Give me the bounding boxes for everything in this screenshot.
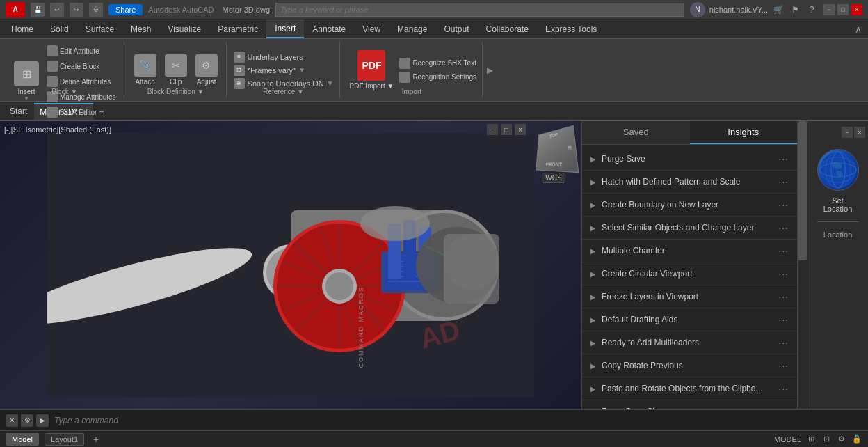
share-button[interactable]: Share	[108, 4, 143, 15]
viewport-minimize-icon[interactable]: −	[487, 124, 498, 135]
minimize-button[interactable]: −	[823, 4, 835, 15]
more-options-icon[interactable]: ···	[778, 222, 789, 233]
cart-icon[interactable]: 🛒	[772, 3, 785, 16]
more-options-icon[interactable]: ···	[778, 360, 789, 371]
more-options-icon[interactable]: ···	[778, 245, 789, 256]
location-close-icon[interactable]: ×	[854, 127, 865, 138]
ribbon-item-recognize-shx[interactable]: Recognize SHX Text	[399, 58, 476, 69]
tab-insert[interactable]: Insert	[266, 19, 304, 38]
grid-icon-2[interactable]: ⊡	[821, 434, 832, 445]
more-options-icon[interactable]: ···	[778, 383, 789, 394]
command-input[interactable]	[51, 414, 862, 427]
lock-icon[interactable]: 🔒	[851, 434, 862, 445]
bottom-bar: Model Layout1 + MODEL ⊞ ⊡ ⚙ 🔒	[0, 430, 868, 447]
ribbon-item-insert[interactable]: ⊞ Insert ▼	[11, 60, 42, 103]
block-items: ⊞ Insert ▼ Edit Attribute Create Block D…	[11, 45, 118, 118]
tab-collaborate[interactable]: Collaborate	[478, 19, 537, 38]
layout-tab-layout1[interactable]: Layout1	[45, 433, 84, 446]
insight-item-copy-rotate[interactable]: ▶ Copy Rotate Previous ···	[582, 354, 797, 377]
chevron-icon: ▶	[590, 385, 596, 393]
tab-visualize[interactable]: Visualize	[159, 19, 209, 38]
globe-svg	[819, 150, 858, 189]
view-cube-area: TOP FRONT R WCS	[533, 128, 574, 183]
insight-item-purge-save[interactable]: ▶ Purge Save ···	[582, 148, 797, 171]
grid-icon-1[interactable]: ⊞	[805, 434, 817, 445]
insight-item-freeze-layers[interactable]: ▶ Freeze Layers in Viewport ···	[582, 285, 797, 308]
cmd-settings-button[interactable]: ⚙	[21, 414, 33, 427]
settings-bottom-icon[interactable]: ⚙	[836, 434, 847, 445]
tab-mesh[interactable]: Mesh	[122, 19, 159, 38]
top-bar: A 💾 ↩ ↪ ⚙ Share Autodesk AutoCAD Motor 3…	[0, 0, 868, 19]
location-minimize-icon[interactable]: −	[842, 127, 853, 138]
tab-surface[interactable]: Surface	[77, 19, 122, 38]
insight-item-multiple-chamfer[interactable]: ▶ Multiple Chamfer ···	[582, 240, 797, 262]
more-options-icon[interactable]: ···	[778, 153, 789, 164]
insight-item-create-circular[interactable]: ▶ Create Circular Viewport ···	[582, 262, 797, 285]
scroll-thumb[interactable]	[798, 121, 807, 260]
viewport-restore-icon[interactable]: □	[501, 124, 512, 135]
ribbon-item-block-editor[interactable]: Block Editor	[45, 106, 118, 118]
ribbon-item-frames-vary[interactable]: ⊟ *Frames vary* ▼	[234, 65, 334, 76]
add-layout-button[interactable]: +	[90, 433, 102, 446]
quick-access-icon-1[interactable]: 💾	[31, 3, 45, 17]
maximize-button[interactable]: □	[837, 4, 849, 15]
more-options-icon[interactable]: ···	[778, 199, 789, 210]
search-input[interactable]	[275, 3, 684, 17]
location-panel: − × Set Location Location	[807, 121, 868, 409]
ribbon-item-pdf-import[interactable]: PDF PDF Import ▼	[347, 49, 397, 91]
insight-item-hatch-pattern[interactable]: ▶ Hatch with Defined Pattern and Scale ·…	[582, 171, 797, 194]
more-options-icon[interactable]: ···	[778, 314, 789, 325]
motor-3d-model: AD	[47, 133, 534, 398]
more-options-icon[interactable]: ···	[778, 268, 789, 279]
quick-access-icon-4[interactable]: ⚙	[89, 3, 103, 17]
ribbon-expand-button[interactable]: ▶	[484, 42, 496, 98]
ribbon-item-recognition-settings[interactable]: Recognition Settings	[399, 72, 476, 83]
ribbon-item-create-block[interactable]: Create Block	[45, 60, 118, 72]
ribbon-item-clip[interactable]: ✂ Clip	[162, 53, 190, 87]
more-options-icon[interactable]: ···	[778, 337, 789, 348]
tab-home[interactable]: Home	[3, 19, 42, 38]
ribbon-group-import: PDF PDF Import ▼ Recognize SHX Text Reco…	[341, 42, 483, 98]
tab-saved[interactable]: Saved	[582, 121, 690, 144]
insight-item-select-similar[interactable]: ▶ Select Similar Objects and Change Laye…	[582, 217, 797, 240]
set-location-button[interactable]: Set Location	[823, 196, 853, 213]
right-scrollbar[interactable]	[797, 121, 807, 409]
insight-item-paste-rotate[interactable]: ▶ Paste and Rotate Objects from the Clip…	[582, 377, 797, 400]
view-cube[interactable]: TOP FRONT R	[536, 125, 579, 173]
tab-insights[interactable]: Insights	[690, 121, 798, 144]
tab-express-tools[interactable]: Express Tools	[537, 19, 605, 38]
insight-item-create-boundary[interactable]: ▶ Create Boundary on New Layer ···	[582, 194, 797, 217]
ribbon-item-edit-attribute[interactable]: Edit Attribute	[45, 45, 118, 57]
quick-access-icon-3[interactable]: ↪	[70, 3, 83, 17]
layout-tab-model[interactable]: Model	[6, 433, 39, 446]
more-options-icon[interactable]: ···	[778, 176, 789, 187]
tab-view[interactable]: View	[354, 19, 389, 38]
tab-solid[interactable]: Solid	[42, 19, 77, 38]
ribbon-item-underlay-layers[interactable]: ≡ Underlay Layers	[234, 52, 334, 63]
insight-item-default-drafting[interactable]: ▶ Default Drafting Aids ···	[582, 308, 797, 331]
ribbon-close-button[interactable]: ∧	[851, 22, 865, 36]
close-window-button[interactable]: ×	[851, 4, 862, 15]
viewport-close-icon[interactable]: ×	[515, 124, 526, 135]
tab-parametric[interactable]: Parametric	[209, 19, 266, 38]
flag-icon[interactable]: ⚑	[789, 3, 801, 16]
ribbon-item-define-attributes[interactable]: Define Attributes	[45, 75, 118, 88]
more-options-icon[interactable]: ···	[778, 291, 789, 302]
insight-item-add-multileaders[interactable]: ▶ Ready to Add Multileaders ···	[582, 331, 797, 354]
tab-output[interactable]: Output	[435, 19, 477, 38]
tab-manage[interactable]: Manage	[389, 19, 435, 38]
tab-annotate[interactable]: Annotate	[304, 19, 354, 38]
svg-point-20	[326, 272, 353, 300]
insight-label: Multiple Chamfer	[602, 246, 778, 256]
help-icon[interactable]: ?	[805, 3, 818, 16]
cmd-clear-button[interactable]: ✕	[6, 414, 18, 427]
quick-access-icon-2[interactable]: ↩	[50, 3, 64, 17]
ribbon-item-adjust[interactable]: ⚙ Adjust	[193, 53, 220, 87]
chevron-icon: ▶	[590, 293, 596, 301]
insight-item-zoom-save[interactable]: ▶ Zoom Save Close ···	[582, 400, 797, 409]
viewport[interactable]: [-][SE Isometric][Shaded (Fast)]	[0, 121, 581, 409]
more-options-icon[interactable]: ···	[778, 406, 789, 409]
group-label-block: Block ▼	[51, 88, 77, 95]
ribbon-item-attach[interactable]: 📎 Attach	[131, 53, 159, 87]
cmd-arrow-button[interactable]: ▶	[36, 414, 49, 427]
